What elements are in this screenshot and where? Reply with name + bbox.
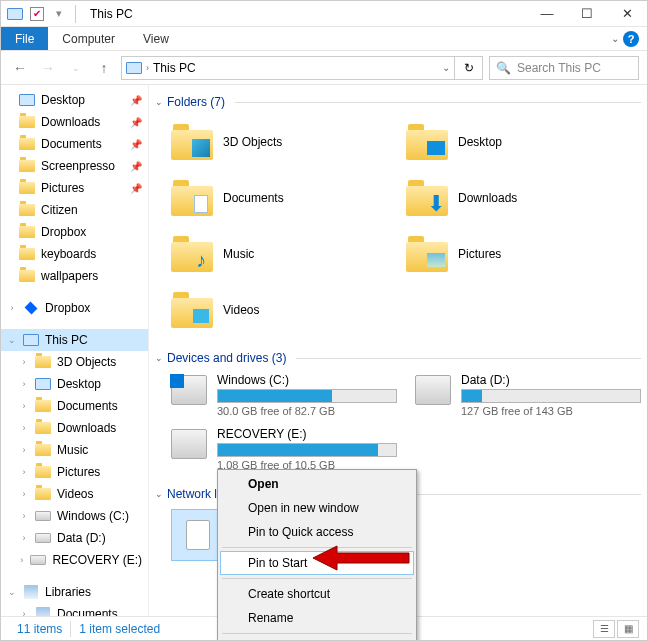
pin-icon: 📌 (130, 117, 142, 128)
sidebar-item[interactable]: › Desktop (1, 373, 148, 395)
section-folders[interactable]: ⌄ Folders (7) (153, 91, 643, 113)
address-dropdown-icon[interactable]: ⌄ (442, 62, 450, 73)
arrow-annotation (313, 543, 413, 573)
dropbox-icon (23, 300, 39, 316)
item-icon (35, 398, 51, 414)
sidebar-item[interactable]: › Videos (1, 483, 148, 505)
item-icon (35, 420, 51, 436)
sidebar-item[interactable]: wallpapers (1, 265, 148, 287)
chevron-down-icon: ⌄ (155, 97, 163, 107)
sidebar-item[interactable]: › Music (1, 439, 148, 461)
tab-computer[interactable]: Computer (48, 27, 129, 50)
folder-item[interactable]: Videos (171, 285, 396, 335)
sidebar-item-label: wallpapers (41, 269, 98, 283)
context-menu-item[interactable]: Create shortcut (220, 582, 414, 606)
close-button[interactable]: ✕ (607, 1, 647, 27)
sidebar-item-label: Documents (57, 607, 118, 616)
drive-item[interactable]: RECOVERY (E:) 1.08 GB free of 10.5 GB (171, 427, 397, 471)
chevron-right-icon[interactable]: › (146, 63, 149, 73)
sidebar-item[interactable]: Dropbox (1, 221, 148, 243)
folder-label: Desktop (458, 135, 502, 149)
system-menu-icon[interactable] (5, 4, 25, 24)
sidebar-item[interactable]: › Pictures (1, 461, 148, 483)
qat-dropdown-icon[interactable]: ▾ (49, 4, 69, 24)
sidebar-item-label: RECOVERY (E:) (52, 553, 142, 567)
context-menu-item[interactable]: 🛡 Remove device (220, 637, 414, 641)
sidebar-item[interactable]: › Downloads (1, 417, 148, 439)
folder-item[interactable]: Pictures (406, 229, 631, 279)
sidebar-this-pc[interactable]: ⌄ This PC (1, 329, 148, 351)
sidebar-item-label: Citizen (41, 203, 78, 217)
sidebar-item-label: Libraries (45, 585, 91, 599)
qat-checkbox-icon[interactable]: ✔ (27, 4, 47, 24)
folder-item[interactable]: ♪ Music (171, 229, 396, 279)
sidebar-item[interactable]: Desktop 📌 (1, 89, 148, 111)
context-menu-item[interactable]: Open (220, 472, 414, 496)
forward-button[interactable]: → (37, 57, 59, 79)
sidebar-item-label: Desktop (57, 377, 101, 391)
tab-view[interactable]: View (129, 27, 183, 50)
search-input[interactable]: 🔍 Search This PC (489, 56, 639, 80)
sidebar-item-label: 3D Objects (57, 355, 116, 369)
view-tiles-button[interactable]: ▦ (617, 620, 639, 638)
sidebar-item[interactable]: › RECOVERY (E:) (1, 549, 148, 571)
status-selected: 1 item selected (71, 622, 168, 636)
chevron-down-icon: ⌄ (155, 489, 163, 499)
sidebar-item[interactable]: Pictures 📌 (1, 177, 148, 199)
sidebar-item-label: keyboards (41, 247, 96, 261)
sidebar-item[interactable]: › Documents (1, 395, 148, 417)
drive-capacity-bar (461, 389, 641, 403)
menu-item-label: Pin to Start (248, 556, 307, 570)
drive-capacity-bar (217, 389, 397, 403)
item-icon (35, 464, 51, 480)
sidebar-item[interactable]: Citizen (1, 199, 148, 221)
context-menu-item[interactable]: Open in new window (220, 496, 414, 520)
menu-item-label: Open (248, 477, 279, 491)
navigation-bar: ← → ⌄ ↑ › This PC ⌄ ↻ 🔍 Search This PC (1, 51, 647, 85)
drive-icon (171, 429, 207, 459)
address-bar[interactable]: › This PC ⌄ (121, 56, 455, 80)
sidebar-item[interactable]: › 3D Objects (1, 351, 148, 373)
sidebar-item[interactable]: keyboards (1, 243, 148, 265)
folder-item[interactable]: 3D Objects (171, 117, 396, 167)
folder-icon (19, 224, 35, 240)
sidebar-dropbox[interactable]: › Dropbox (1, 297, 148, 319)
item-icon (35, 376, 51, 392)
sidebar-item[interactable]: Screenpresso 📌 (1, 155, 148, 177)
view-details-button[interactable]: ☰ (593, 620, 615, 638)
this-pc-icon (23, 332, 39, 348)
sidebar-item[interactable]: Downloads 📌 (1, 111, 148, 133)
sidebar-libraries[interactable]: ⌄ Libraries (1, 581, 148, 603)
folder-item[interactable]: Desktop (406, 117, 631, 167)
minimize-button[interactable]: — (527, 1, 567, 27)
folder-label: 3D Objects (223, 135, 282, 149)
sidebar-item-label: Data (D:) (57, 531, 106, 545)
sidebar-item[interactable]: › Documents (1, 603, 148, 616)
file-tab[interactable]: File (1, 27, 48, 50)
section-drives[interactable]: ⌄ Devices and drives (3) (153, 347, 643, 369)
sidebar-item-label: Documents (57, 399, 118, 413)
section-title: Folders (7) (167, 95, 225, 109)
pin-icon: 📌 (130, 139, 142, 150)
navigation-pane[interactable]: Desktop 📌 Downloads 📌 Documents 📌 Screen… (1, 85, 149, 616)
status-count: 11 items (9, 622, 70, 636)
recent-dropdown[interactable]: ⌄ (65, 57, 87, 79)
maximize-button[interactable]: ☐ (567, 1, 607, 27)
drive-item[interactable]: Data (D:) 127 GB free of 143 GB (415, 373, 641, 417)
sidebar-item[interactable]: › Windows (C:) (1, 505, 148, 527)
context-menu-item[interactable]: Rename (220, 606, 414, 630)
folder-item[interactable]: ⬇ Downloads (406, 173, 631, 223)
context-menu-item[interactable]: Pin to Quick access (220, 520, 414, 544)
sidebar-item-label: Downloads (41, 115, 100, 129)
folder-icon (171, 180, 213, 216)
sidebar-item[interactable]: Documents 📌 (1, 133, 148, 155)
drive-icon (171, 375, 207, 405)
ribbon-expand-icon[interactable]: ⌄ (611, 33, 619, 44)
sidebar-item[interactable]: › Data (D:) (1, 527, 148, 549)
folder-item[interactable]: Documents (171, 173, 396, 223)
refresh-button[interactable]: ↻ (455, 56, 483, 80)
back-button[interactable]: ← (9, 57, 31, 79)
up-button[interactable]: ↑ (93, 57, 115, 79)
help-icon[interactable]: ? (623, 31, 639, 47)
drive-item[interactable]: Windows (C:) 30.0 GB free of 82.7 GB (171, 373, 397, 417)
